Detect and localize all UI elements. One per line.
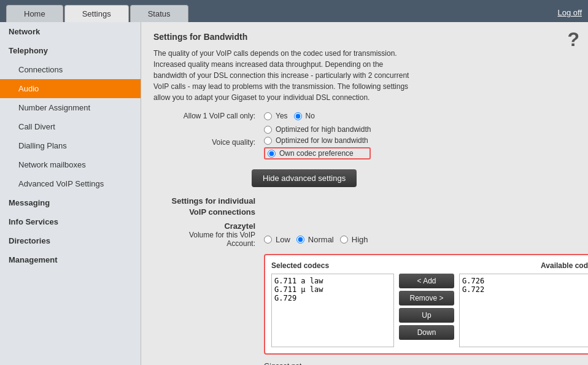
sidebar-item-network[interactable]: Network xyxy=(0,22,141,41)
connection-name: Crazytel xyxy=(153,221,264,231)
vq-low-row: Optimized for low bandwidth xyxy=(264,136,371,145)
main-layout: Network Telephony Connections Audio Numb… xyxy=(0,22,588,365)
codec-container: Selected codecs Available codecs G.711 a… xyxy=(264,254,588,355)
voice-quality-row: Voice quality: Optimized for high bandwi… xyxy=(153,125,576,159)
add-codec-button[interactable]: < Add xyxy=(399,274,454,288)
sidebar-item-call-divert[interactable]: Call Divert xyxy=(0,117,141,136)
volume-low-label: Low xyxy=(276,235,290,244)
volume-label: Volume for this VoIPAccount: xyxy=(153,231,264,248)
vq-high-radio[interactable] xyxy=(264,126,272,134)
content-area: ? Settings for Bandwidth The quality of … xyxy=(141,22,588,365)
tab-status[interactable]: Status xyxy=(130,5,188,22)
selected-codecs-header: Selected codecs xyxy=(271,261,394,270)
vq-own-row: Own codec preference xyxy=(264,147,371,159)
remove-codec-button[interactable]: Remove > xyxy=(399,291,454,305)
down-codec-button[interactable]: Down xyxy=(399,325,454,340)
sidebar-item-management[interactable]: Management xyxy=(0,250,141,269)
sidebar-item-telephony[interactable]: Telephony xyxy=(0,41,141,60)
voip-call-label: Allow 1 VoIP call only: xyxy=(153,112,264,120)
connection-row: Crazytel xyxy=(153,221,576,231)
volume-low-group: Low xyxy=(264,235,290,244)
top-bar: Home Settings Status Log off xyxy=(0,0,588,22)
volume-high-label: High xyxy=(352,235,368,244)
help-icon[interactable]: ? xyxy=(567,28,579,51)
voip-yes-label: Yes xyxy=(276,112,288,120)
sidebar-item-network-mailboxes[interactable]: Network mailboxes xyxy=(0,155,141,174)
sidebar-item-info-services[interactable]: Info Services xyxy=(0,212,141,231)
volume-high-radio[interactable] xyxy=(340,236,348,244)
hide-advanced-button[interactable]: Hide advanced settings xyxy=(252,169,357,187)
voip-no-radio[interactable] xyxy=(294,112,302,120)
volume-row: Volume for this VoIPAccount: Low Normal … xyxy=(153,231,576,248)
voip-call-control: Yes No xyxy=(264,112,315,120)
voice-quality-group: Optimized for high bandwidth Optimized f… xyxy=(264,125,371,159)
volume-high-group: High xyxy=(340,235,368,244)
tabs: Home Settings Status xyxy=(6,5,188,22)
vq-high-row: Optimized for high bandwidth xyxy=(264,125,371,134)
volume-normal-label: Normal xyxy=(308,235,334,244)
description-text: The quality of your VoIP calls depends o… xyxy=(153,48,411,103)
codec-buttons: < Add Remove > Up Down xyxy=(399,274,454,340)
vq-high-label: Optimized for high bandwidth xyxy=(276,125,371,134)
sidebar-item-audio[interactable]: Audio xyxy=(0,79,141,98)
available-codecs-wrapper: G.726 G.722 xyxy=(459,274,588,347)
voip-no-label: No xyxy=(306,112,315,120)
voip-yes-group: Yes xyxy=(264,112,288,120)
available-codecs-header: Available codecs xyxy=(541,261,588,270)
codec-header: Selected codecs Available codecs xyxy=(271,261,588,270)
settings-individual-label: Settings for individualVoIP connections xyxy=(153,196,264,218)
tab-settings[interactable]: Settings xyxy=(64,5,129,22)
vq-low-radio[interactable] xyxy=(264,137,272,145)
sidebar-item-connections[interactable]: Connections xyxy=(0,60,141,79)
sidebar-item-dialling-plans[interactable]: Dialling Plans xyxy=(0,136,141,155)
vq-own-radio[interactable] xyxy=(268,150,276,158)
voice-quality-label: Voice quality: xyxy=(153,138,264,147)
voip-yes-radio[interactable] xyxy=(264,112,272,120)
selected-codecs-wrapper: G.711 a law G.711 µ law G.729 xyxy=(271,274,394,347)
vq-low-label: Optimized for low bandwidth xyxy=(276,136,368,145)
sidebar: Network Telephony Connections Audio Numb… xyxy=(0,22,141,365)
selected-codecs-list[interactable]: G.711 a law G.711 µ law G.729 xyxy=(271,274,394,347)
up-codec-button[interactable]: Up xyxy=(399,308,454,323)
volume-low-radio[interactable] xyxy=(264,236,272,244)
sidebar-item-directories[interactable]: Directories xyxy=(0,231,141,250)
voip-call-row: Allow 1 VoIP call only: Yes No xyxy=(153,112,576,120)
available-codecs-list[interactable]: G.726 G.722 xyxy=(459,274,588,347)
voip-no-group: No xyxy=(294,112,315,120)
sidebar-item-advanced-voip[interactable]: Advanced VoIP Settings xyxy=(0,174,141,193)
section-title: Settings for Bandwidth xyxy=(153,32,576,42)
codec-body: G.711 a law G.711 µ law G.729 < Add Remo… xyxy=(271,274,588,347)
tab-home[interactable]: Home xyxy=(6,5,63,22)
volume-normal-radio[interactable] xyxy=(296,236,304,244)
bottom-text: Gigaset not xyxy=(264,362,576,365)
sidebar-item-messaging[interactable]: Messaging xyxy=(0,193,141,212)
sidebar-item-number-assignment[interactable]: Number Assignment xyxy=(0,98,141,117)
settings-individual-section: Settings for individualVoIP connections xyxy=(153,196,576,218)
volume-normal-group: Normal xyxy=(296,235,334,244)
logoff-button[interactable]: Log off xyxy=(557,8,582,22)
vq-own-label: Own codec preference xyxy=(279,149,354,158)
volume-options: Low Normal High xyxy=(264,235,368,244)
